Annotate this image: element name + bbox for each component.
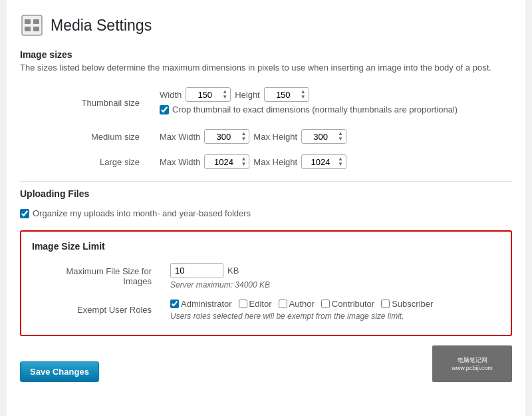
medium-max-width-label: Max Width [160,132,200,142]
role-administrator: Administrator [170,299,232,309]
medium-max-height-label: Max Height [253,132,297,142]
large-size-row: Large size Max Width ▲ ▼ Max Height [20,149,512,174]
exempt-roles-label: Exempt User Roles [32,294,165,325]
image-sizes-table: Thumbnail size Width ▲ ▼ Height [20,82,512,174]
svg-rect-2 [33,19,39,24]
thumbnail-size-label: Thumbnail size [20,82,153,124]
uploading-files-heading: Uploading Files [20,188,512,199]
roles-checkboxes: Administrator Editor Author Contrib [170,299,495,309]
large-size-label: Large size [20,149,153,174]
height-label: Height [235,90,260,100]
svg-rect-0 [22,15,42,35]
thumbnail-height-arrows[interactable]: ▲ ▼ [301,89,306,100]
medium-height-input[interactable] [305,132,336,142]
role-author-label[interactable]: Author [289,299,315,309]
image-sizes-heading: Image sizes [20,49,512,60]
page-title-area: Media Settings [20,13,512,37]
organize-uploads-checkbox[interactable] [20,209,29,218]
role-author-checkbox[interactable] [279,300,287,308]
save-button[interactable]: Save Changes [20,361,99,382]
footer-bar: Save Changes 电脑笔记网 www.pcbiji.com [20,345,512,382]
role-administrator-checkbox[interactable] [170,300,179,308]
watermark-line2: www.pcbiji.com [452,365,493,371]
thumbnail-width-spinner[interactable]: ▲ ▼ [186,87,231,102]
large-size-fields: Max Width ▲ ▼ Max Height ▲ [160,154,505,169]
medium-height-arrows[interactable]: ▲ ▼ [338,131,343,142]
large-height-arrows[interactable]: ▲ ▼ [338,156,343,167]
large-max-width-label: Max Width [160,157,200,167]
max-file-size-label: Maximum File Size for Images [32,258,165,294]
crop-thumbnail-label[interactable]: Crop thumbnail to exact dimensions (norm… [172,104,458,114]
max-file-size-fields: KB [170,263,495,278]
page-title: Media Settings [51,17,152,35]
role-contributor-checkbox[interactable] [321,300,330,308]
medium-width-input[interactable] [207,132,239,142]
organize-uploads-row: Organize my uploads into month- and year… [20,202,512,222]
image-sizes-desc: The sizes listed below determine the max… [20,63,512,73]
crop-thumbnail-checkbox[interactable] [160,105,169,114]
role-subscriber: Subscriber [381,299,433,309]
exempt-roles-row: Exempt User Roles Administrator Editor [32,294,500,325]
file-size-unit: KB [227,266,239,276]
max-file-size-input[interactable] [170,263,223,278]
width-label: Width [160,90,182,100]
watermark: 电脑笔记网 www.pcbiji.com [432,345,512,382]
image-size-limit-table: Maximum File Size for Images KB Server m… [32,258,500,325]
role-contributor-label[interactable]: Contributor [332,299,374,309]
section-separator-1 [20,181,512,182]
image-size-limit-heading: Image Size Limit [32,241,500,252]
watermark-line1: 电脑笔记网 [458,356,487,365]
crop-thumbnail-row: Crop thumbnail to exact dimensions (norm… [160,102,505,118]
svg-rect-1 [25,19,31,24]
organize-uploads-label[interactable]: Organize my uploads into month- and year… [33,208,251,218]
role-subscriber-checkbox[interactable] [381,300,390,308]
thumbnail-width-arrows[interactable]: ▲ ▼ [222,89,227,100]
medium-height-spinner[interactable]: ▲ ▼ [301,129,346,144]
large-height-spinner[interactable]: ▲ ▼ [301,154,346,169]
role-administrator-label[interactable]: Administrator [181,299,232,309]
media-icon [20,13,44,37]
image-sizes-section: Image sizes The sizes listed below deter… [20,49,512,174]
svg-rect-3 [25,27,31,31]
large-max-height-label: Max Height [253,157,297,167]
thumbnail-width-input[interactable] [189,90,221,100]
uploading-files-section: Uploading Files Organize my uploads into… [20,188,512,222]
role-editor-checkbox[interactable] [239,300,247,308]
role-editor: Editor [239,299,272,309]
medium-width-spinner[interactable]: ▲ ▼ [204,129,249,144]
thumbnail-height-input[interactable] [267,90,299,100]
role-editor-label[interactable]: Editor [249,299,272,309]
large-width-input[interactable] [207,157,239,167]
large-width-spinner[interactable]: ▲ ▼ [204,154,249,169]
medium-size-row: Medium size Max Width ▲ ▼ Max Height [20,124,512,149]
medium-width-arrows[interactable]: ▲ ▼ [241,131,246,142]
large-width-arrows[interactable]: ▲ ▼ [241,156,246,167]
role-contributor: Contributor [321,299,374,309]
thumbnail-size-fields: Width ▲ ▼ Height ▲ [160,87,505,102]
server-max-text: Server maximum: 34000 KB [170,280,495,290]
large-height-input[interactable] [305,157,336,167]
thumbnail-size-row: Thumbnail size Width ▲ ▼ Height [20,82,512,124]
max-file-size-row: Maximum File Size for Images KB Server m… [32,258,500,294]
medium-size-fields: Max Width ▲ ▼ Max Height ▲ [160,129,505,144]
role-author: Author [279,299,315,309]
role-subscriber-label[interactable]: Subscriber [392,299,433,309]
thumbnail-height-spinner[interactable]: ▲ ▼ [264,87,309,102]
svg-rect-4 [33,27,39,31]
image-size-limit-box: Image Size Limit Maximum File Size for I… [20,230,512,336]
medium-size-label: Medium size [20,124,153,149]
roles-note: Users roles selected here will be exempt… [170,312,495,321]
